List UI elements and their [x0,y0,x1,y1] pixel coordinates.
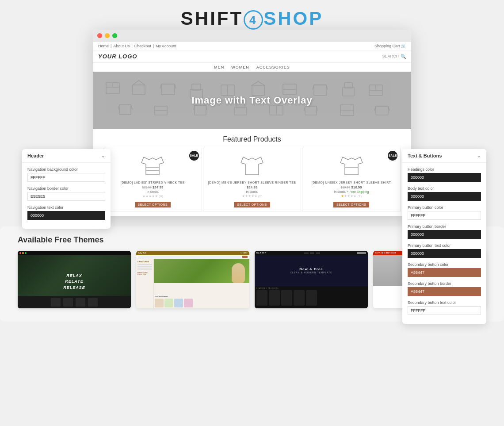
nav-border-color-field: Navigation border color [27,186,105,201]
nav-bg-color-input[interactable] [27,173,105,182]
select-btn-2[interactable]: SELECT OPTIONS [234,202,270,207]
store-cart[interactable]: Shopping Cart 🛒 [374,44,406,48]
product-img-2 [234,152,270,178]
product-name-2: [DEMO] MEN'S JERSEY SHORT SLEEVE RINGER … [207,181,298,184]
primary-btn-text-color-label: Primary button text color [408,243,481,248]
product-price-3: $19.99 $16.99 [306,185,397,189]
logo-suffix: SHOP [263,8,323,29]
nav-accessories[interactable]: ACCESSORIES [256,65,290,69]
secondary-btn-border-input[interactable] [408,287,481,296]
browser-dot-green [112,33,117,38]
theme1-prod-1 [51,298,61,307]
theme2-cat-3 [137,268,152,269]
svg-rect-12 [314,85,326,96]
theme3-search [357,252,366,254]
nav-link-account[interactable]: My Account [156,44,176,48]
browser-window: Home | About Us | Checkout | My Account … [93,30,411,216]
secondary-btn-text-color-input[interactable] [408,306,481,315]
featured-title: Featured Products [97,135,407,143]
theme-card-3[interactable]: BARBER New & Free CLEAN & MOD [255,251,368,308]
nav-men[interactable]: MEN [214,65,224,69]
theme3-prod-3 [281,290,292,306]
theme2-prod-3 [174,299,183,307]
nav-link-checkout[interactable]: Checkout [134,44,151,48]
svg-rect-29 [376,106,388,115]
product-old-price-1: $25.99 [142,186,151,189]
secondary-btn-color-input[interactable] [408,268,481,277]
body-text-color-input[interactable] [408,192,481,201]
logo: SHIFT4SHOP [181,8,323,29]
nav-link-about[interactable]: About Us [113,44,130,48]
product-price-2: $24.99 [207,185,298,189]
theme2-cat-1 [137,264,152,265]
theme3-prod-5 [306,290,317,306]
nav-border-color-input[interactable] [27,192,105,201]
tb-panel-chevron-icon[interactable]: ⌄ [477,153,481,159]
nav-women[interactable]: WOMEN [231,65,249,69]
header-panel-chevron-icon[interactable]: ⌄ [101,153,105,159]
theme3-prod-row [256,290,366,306]
theme2-search-btn [242,256,248,258]
theme2-prod-2 [164,299,173,307]
store-search-icon[interactable]: 🔍 [401,54,406,59]
theme2-sidebar: CATEGORIES BUNNY RABBIT COLLECTION [136,259,154,308]
theme3-prod-2 [269,290,280,306]
primary-btn-color-label: Primary button color [408,205,481,210]
theme2-cat-2 [137,266,152,267]
nav-border-color-label: Navigation border color [27,186,105,191]
theme2-prod-1 [155,299,164,307]
logo-circle: 4 [244,10,263,30]
logo-area: SHIFT4SHOP [0,0,504,34]
select-btn-3[interactable]: SELECT OPTIONS [333,202,370,207]
svg-rect-18 [119,105,131,115]
theme2-hero-bg [154,259,249,283]
product-status-2: In Stock. [207,190,298,193]
browser-dot-yellow [105,33,110,38]
product-stars-3: ★★★★★ (1) [306,194,397,198]
theme-card-2[interactable]: Baby Soft 🛒 CART CATEGORIES [136,251,249,308]
theme-card-1[interactable]: RELAXRELATERELEASE [18,251,131,308]
store-nav-links: Home | About Us | Checkout | My Account [98,44,176,48]
primary-btn-text-color-input[interactable] [408,249,481,258]
secondary-btn-color-label: Secondary button color [408,262,481,267]
primary-btn-border-input[interactable] [408,230,481,239]
theme3-text: New & Free CLEAN & MODERN TEMPLATE [290,267,332,274]
nav-text-color-input[interactable] [27,211,105,220]
primary-btn-text-color-field: Primary button text color [408,243,481,258]
body-text-color-label: Body text color [408,186,481,191]
product-stars-1: ★★★★★ (0) [107,194,198,198]
sale-badge-3: SALE [388,151,397,161]
header-panel-body: Navigation background color Navigation b… [22,163,111,229]
product-status-3: In Stock. + Free Shipping [306,190,397,193]
theme3-nav-3 [316,253,320,253]
theme3-logo: BARBER [256,252,267,254]
tb-panel-title: Text & Buttons ⌄ [402,149,486,163]
svg-rect-3 [133,85,145,95]
theme2-prod-4 [184,299,193,307]
product-card-1: SALE [DEMO] LADIES' STRIPED V-NECK TEE [103,148,202,211]
select-btn-1[interactable]: SELECT OPTIONS [135,202,171,207]
theme3-sub-title: CLEAN & MODERN TEMPLATE [290,271,332,274]
browser-wrapper: Home | About Us | Checkout | My Account … [93,30,411,216]
theme2-header: Baby Soft 🛒 CART [136,251,249,255]
headings-color-input[interactable] [408,173,481,182]
theme1-dot-green [25,252,27,254]
primary-btn-color-input[interactable] [408,211,481,220]
svg-rect-26 [305,106,317,115]
product-new-price-2: $24.99 [247,185,257,189]
logo-prefix: SHIFT [181,8,243,29]
theme3-nav-2 [310,253,314,253]
nav-link-home[interactable]: Home [98,44,109,48]
secondary-btn-border-field: Secondary button border [408,281,481,296]
secondary-btn-border-label: Secondary button border [408,281,481,286]
nav-text-color-label: Navigation text color [27,205,105,210]
theme3-preview: BARBER New & Free CLEAN & MOD [255,251,368,308]
store-main-nav: MEN WOMEN ACCESSORIES [93,62,411,72]
theme2-bunny-label: BUNNY RABBIT COLLECTION [137,272,152,276]
product-old-price-3: $19.99 [341,186,350,189]
theme3-products: FEATURED PRODUCTS [255,286,368,308]
theme1-products-bar [18,296,131,308]
theme1-prod-2 [63,298,73,307]
product-status-1: In Stock. [107,190,198,193]
product-img-1 [135,152,170,178]
